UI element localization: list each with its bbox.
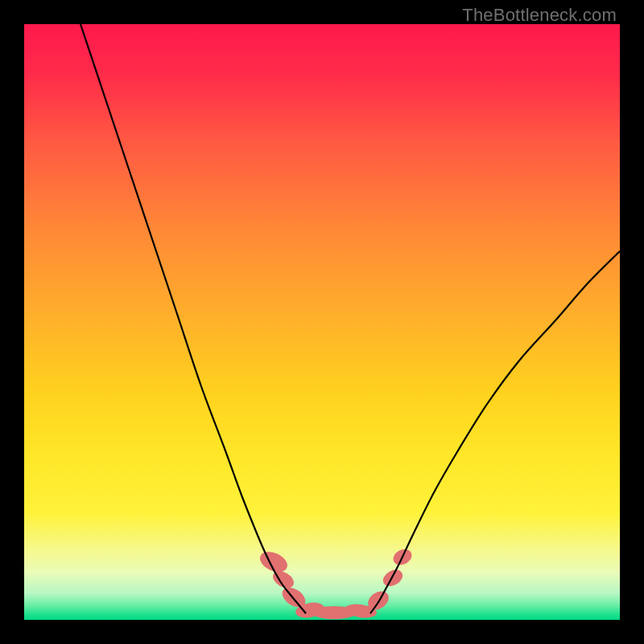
curves-layer: [24, 24, 620, 620]
plot-area: [24, 24, 620, 620]
blob-marker: [257, 547, 291, 576]
chart-frame: TheBottleneck.com: [0, 0, 644, 644]
watermark-text: TheBottleneck.com: [462, 5, 617, 26]
left-curve: [80, 24, 306, 613]
blob-marker: [380, 567, 406, 590]
